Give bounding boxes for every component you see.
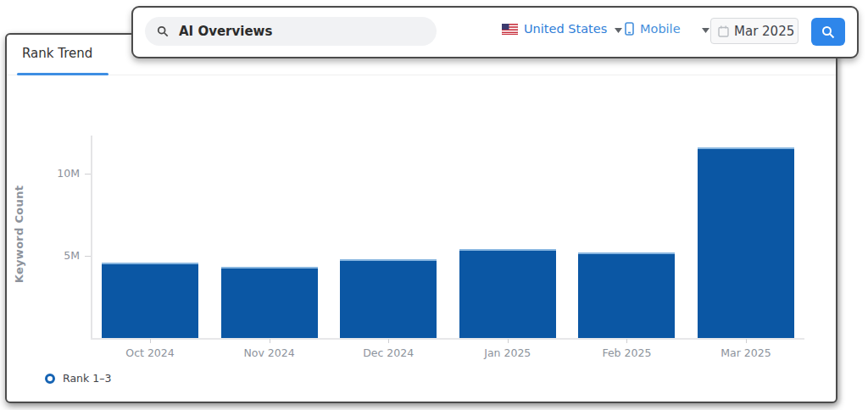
top-search-bar: United States Mobile Mar 2025 — [131, 6, 859, 58]
y-tick-mark — [85, 256, 91, 257]
x-tick-mark — [270, 339, 270, 343]
calendar-icon — [718, 25, 729, 37]
mobile-phone-icon — [625, 22, 634, 36]
x-tick-mark — [508, 339, 509, 343]
us-flag-icon — [502, 24, 518, 35]
x-tick-mark — [746, 339, 747, 343]
chevron-down-icon — [702, 22, 709, 36]
x-axis-line — [91, 338, 804, 340]
x-tick-label: Mar 2025 — [695, 346, 797, 359]
tab-rank-trend[interactable]: Rank Trend — [17, 46, 97, 71]
y-tick-mark — [85, 174, 91, 175]
x-tick-label: Jan 2025 — [457, 346, 559, 359]
x-tick-label: Dec 2024 — [337, 346, 439, 359]
search-icon — [821, 25, 835, 39]
x-tick-label: Nov 2024 — [219, 346, 320, 359]
chevron-down-icon — [615, 22, 622, 36]
bar-nov-2024[interactable] — [221, 267, 318, 338]
bar-mar-2025[interactable] — [698, 147, 794, 338]
legend-item-rank-1-3[interactable]: Rank 1–3 — [45, 372, 111, 385]
device-dropdown[interactable]: Mobile — [625, 22, 709, 36]
bar-jan-2025[interactable] — [459, 249, 556, 338]
bar-feb-2025[interactable] — [578, 252, 675, 338]
rank-trend-panel: Rank Trend Keyword Count 5M10MOct 2024No… — [5, 33, 837, 403]
x-tick-label: Feb 2025 — [576, 346, 677, 359]
y-axis-line — [91, 136, 92, 339]
search-input[interactable] — [145, 17, 437, 46]
bar-oct-2024[interactable] — [102, 263, 198, 338]
x-tick-mark — [388, 339, 389, 343]
device-label: Mobile — [640, 22, 681, 36]
date-picker[interactable]: Mar 2025 — [710, 18, 798, 44]
y-axis-label: Keyword Count — [13, 167, 25, 302]
country-label: United States — [524, 22, 607, 36]
search-button[interactable] — [811, 18, 845, 46]
x-tick-mark — [150, 339, 151, 343]
legend-label: Rank 1–3 — [63, 372, 111, 385]
y-tick-label: 10M — [41, 167, 80, 180]
search-icon — [157, 25, 169, 41]
keyword-count-chart: Keyword Count 5M10MOct 2024Nov 2024Dec 2… — [7, 75, 836, 402]
legend-ring-icon — [45, 374, 55, 384]
country-dropdown[interactable]: United States — [502, 22, 622, 36]
y-tick-label: 5M — [41, 249, 80, 262]
bar-dec-2024[interactable] — [340, 259, 437, 338]
x-tick-label: Oct 2024 — [99, 346, 201, 359]
date-value: Mar 2025 — [734, 24, 794, 39]
x-tick-mark — [626, 339, 627, 343]
